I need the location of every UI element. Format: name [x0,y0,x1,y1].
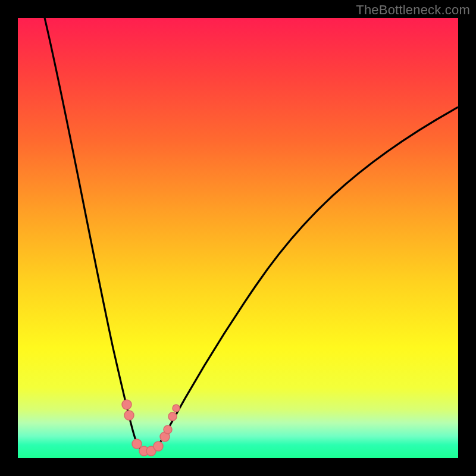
marker-dot [164,425,172,434]
marker-dot [154,441,163,451]
marker-dot [124,411,134,420]
bottleneck-curve [45,18,458,452]
chart-frame: TheBottleneck.com [0,0,476,476]
marker-dot [173,405,180,412]
marker-cluster [122,400,180,456]
marker-dot [132,439,142,449]
marker-dot [168,412,177,421]
bottleneck-curve-svg [18,18,458,458]
watermark-text: TheBottleneck.com [356,2,470,18]
marker-dot [122,400,131,409]
plot-area [18,18,458,458]
